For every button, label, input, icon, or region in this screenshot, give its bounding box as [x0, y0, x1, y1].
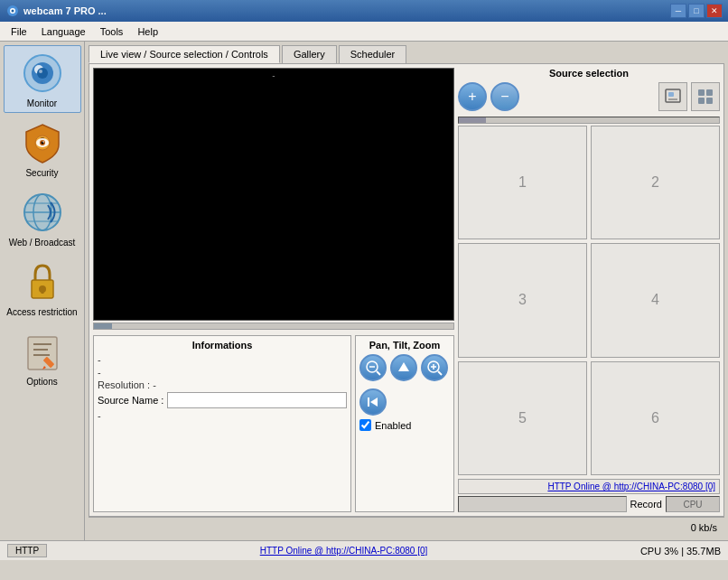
resolution-label: Resolution : [98, 379, 150, 390]
http-status-link[interactable]: HTTP Online @ http://CHINA-PC:8080 [0] [547, 482, 715, 491]
source-cell-6-label: 6 [651, 410, 659, 426]
zoom-out-button[interactable] [359, 354, 387, 381]
http-segment: HTTP [7, 544, 47, 557]
zoom-in-button[interactable] [421, 354, 448, 381]
source-cell-1-label: 1 [518, 174, 527, 191]
ptz-controls [359, 354, 450, 381]
menu-file[interactable]: File [4, 24, 34, 39]
tab-bar: Live view / Source selection / Controls … [89, 45, 724, 63]
info-line-1: - [98, 354, 347, 365]
source-cell-3-label: 3 [518, 292, 527, 308]
sidebar-label-security: Security [25, 168, 58, 178]
content-area: Live view / Source selection / Controls … [85, 42, 728, 540]
controls-row: Enabled [359, 419, 450, 431]
speed-display: 0 kb/s [691, 522, 717, 533]
sidebar-item-access-restriction[interactable]: Access restriction [4, 254, 81, 322]
tab-live-view[interactable]: Live view / Source selection / Controls [89, 45, 280, 63]
right-panel: Source selection + − [458, 68, 720, 512]
source-cell-5[interactable]: 5 [458, 361, 587, 475]
import-source-button[interactable] [658, 82, 687, 111]
svg-rect-24 [41, 289, 43, 294]
source-name-row: Source Name : [98, 392, 347, 408]
source-grid: 1 2 3 4 5 6 [458, 126, 720, 475]
left-panel: - Informations - - Resolution : - [93, 68, 454, 512]
sidebar-item-web-broadcast[interactable]: Web / Broadcast [4, 184, 81, 252]
enabled-label: Enabled [375, 420, 411, 431]
svg-marker-39 [370, 398, 378, 407]
svg-point-8 [39, 70, 42, 73]
source-selection-title: Source selection [458, 68, 720, 79]
status-bar: HTTP HTTP Online @ http://CHINA-PC:8080 … [0, 540, 728, 560]
info-line-2: - [98, 367, 347, 378]
video-label: - [272, 70, 275, 80]
source-scrollbar[interactable] [458, 117, 720, 124]
source-cell-6[interactable]: 6 [591, 361, 720, 475]
back-button[interactable] [359, 388, 387, 416]
menu-tools[interactable]: Tools [93, 24, 131, 39]
menu-help[interactable]: Help [130, 24, 165, 39]
main-panel: - Informations - - Resolution : - [89, 63, 724, 517]
title-text: webcam 7 PRO ... [23, 5, 107, 16]
svg-rect-44 [698, 89, 705, 96]
app-icon [5, 4, 20, 18]
source-cell-1[interactable]: 1 [458, 126, 587, 239]
svg-point-15 [42, 141, 44, 143]
resolution-value: - [153, 379, 156, 390]
sidebar: Monitor Security [0, 42, 85, 540]
ptz-title: Pan, Tilt, Zoom [359, 340, 450, 351]
svg-rect-45 [706, 89, 713, 96]
sidebar-label-web: Web / Broadcast [9, 238, 76, 248]
svg-rect-46 [698, 98, 705, 104]
options-icon [19, 328, 66, 375]
web-icon [19, 189, 66, 236]
svg-line-38 [438, 371, 442, 375]
monitor-icon [19, 50, 66, 97]
bottom-http-link[interactable]: HTTP Online @ http://CHINA-PC:8080 [0] [260, 546, 428, 556]
sidebar-label-monitor: Monitor [27, 98, 57, 108]
ptz-panel: Pan, Tilt, Zoom [355, 335, 454, 512]
svg-marker-34 [398, 362, 409, 371]
svg-point-2 [12, 10, 14, 13]
svg-point-7 [37, 68, 48, 79]
sidebar-label-restriction: Access restriction [6, 307, 77, 317]
tab-gallery[interactable]: Gallery [282, 45, 337, 63]
sidebar-item-monitor[interactable]: Monitor [4, 45, 81, 113]
pan-up-button[interactable] [390, 354, 417, 381]
menu-language[interactable]: Language [34, 24, 93, 39]
remove-source-button[interactable]: − [490, 82, 519, 111]
record-label: Record [630, 499, 662, 510]
source-name-label: Source Name : [98, 395, 163, 406]
grid-view-button[interactable] [691, 82, 720, 111]
close-button[interactable]: ✕ [706, 4, 723, 18]
svg-line-33 [377, 371, 380, 375]
lock-icon [19, 258, 66, 305]
video-area: - [93, 68, 454, 321]
source-cell-2[interactable]: 2 [591, 126, 720, 239]
source-cell-3[interactable]: 3 [458, 243, 587, 357]
security-icon [19, 119, 66, 166]
source-name-input[interactable] [167, 392, 347, 408]
source-cell-4-label: 4 [651, 292, 659, 308]
info-panel: Informations - - Resolution : - Source N… [93, 335, 351, 512]
source-cell-5-label: 5 [518, 410, 527, 426]
sidebar-item-options[interactable]: Options [4, 323, 81, 391]
sidebar-item-security[interactable]: Security [4, 115, 81, 182]
cpu-status: CPU 3% | 35.7MB [640, 546, 721, 557]
sidebar-label-options: Options [26, 377, 57, 387]
enabled-checkbox[interactable] [359, 419, 371, 431]
info-extra: - [98, 410, 347, 421]
title-bar: webcam 7 PRO ... ─ □ ✕ [0, 0, 728, 22]
tab-scheduler[interactable]: Scheduler [339, 45, 407, 63]
cpu-info: CPU [683, 500, 702, 510]
source-toolbar: + − [458, 82, 720, 111]
minimize-button[interactable]: ─ [670, 4, 686, 18]
source-cell-4[interactable]: 4 [591, 243, 720, 357]
svg-rect-42 [668, 92, 674, 97]
maximize-button[interactable]: □ [688, 4, 705, 18]
add-source-button[interactable]: + [458, 82, 487, 111]
menu-bar: File Language Tools Help [0, 22, 728, 42]
info-resolution: Resolution : - [98, 379, 347, 390]
source-cell-2-label: 2 [651, 174, 659, 191]
speed-bar: 0 kb/s [89, 517, 724, 537]
video-scrollbar[interactable] [93, 323, 454, 330]
